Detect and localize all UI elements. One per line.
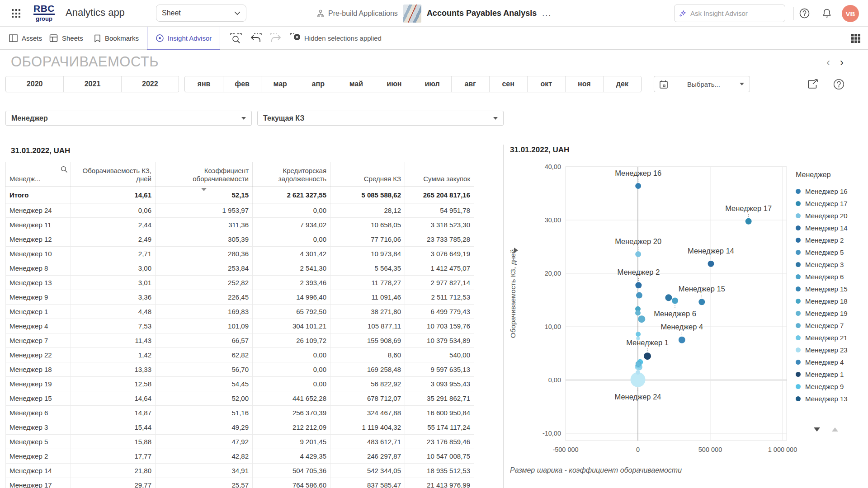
table-row[interactable]: Менеджер 102,71280,364 301,4210 973,843 … (6, 247, 474, 261)
date-picker[interactable]: Выбрать... (654, 76, 750, 92)
chart-bubble[interactable] (636, 332, 641, 337)
table-row[interactable]: Менеджер 133,01252,822 393,4611 778,272 … (6, 276, 474, 290)
legend-item[interactable]: Менеджер 5 (796, 246, 867, 258)
app-thumbnail[interactable] (403, 5, 421, 23)
notifications-bell-icon[interactable] (822, 8, 832, 19)
chart-bubble[interactable] (635, 310, 641, 316)
chart-bubble[interactable] (745, 218, 752, 225)
tab-assets[interactable]: Assets (9, 27, 42, 50)
prebuild-applications-link[interactable]: Pre-build Applications (316, 9, 398, 18)
current-kz-filter-dropdown[interactable]: Текущая КЗ (257, 111, 504, 126)
month-button[interactable]: мар (261, 76, 299, 92)
legend-item[interactable]: Менеджер 15 (796, 283, 867, 295)
legend-item[interactable]: Менеджер 9 (796, 380, 867, 393)
chart-bubble[interactable] (698, 299, 705, 305)
table-row[interactable]: Менеджер 1813,3356,700,00169 258,489 597… (6, 362, 474, 377)
redo-icon[interactable] (270, 33, 282, 44)
table-row[interactable]: Менеджер 217,7742,824 429,35246 297,8710… (6, 449, 474, 464)
chart-bubble[interactable] (708, 261, 714, 267)
table-row[interactable]: Менеджер 1729,7725,57764 586,60837 585,4… (6, 478, 474, 488)
chart-bubble[interactable] (644, 352, 651, 360)
legend-item[interactable]: Менеджер 14 (796, 222, 867, 234)
month-button[interactable]: авг (451, 76, 489, 92)
legend-scroll-down-icon[interactable] (814, 427, 820, 432)
column-header[interactable]: Оборачиваемость КЗ, дней (71, 162, 156, 187)
export-selections-icon[interactable] (807, 79, 819, 90)
column-header[interactable]: Коэффициент оборачиваемости (156, 162, 253, 187)
column-header[interactable]: Менедж... (6, 162, 71, 187)
table-row[interactable]: Менеджер 93,36226,4514 996,4011 091,462 … (6, 290, 474, 305)
column-header[interactable]: Кредиторская задолженность (253, 162, 330, 187)
column-header[interactable]: Средняя КЗ (330, 162, 405, 187)
month-button[interactable]: апр (299, 76, 337, 92)
chart-bubble[interactable] (638, 315, 645, 323)
tab-sheets[interactable]: Sheets (49, 27, 83, 50)
legend-item[interactable]: Менеджер 17 (796, 197, 867, 210)
chart-bubble[interactable] (665, 294, 672, 301)
table-row[interactable]: Менеджер 1912,5854,450,0056 822,923 093 … (6, 377, 474, 391)
chart-bubble[interactable] (636, 361, 641, 367)
legend-item[interactable]: Менеджер 23 (796, 344, 867, 356)
legend-item[interactable]: Менеджер 19 (796, 307, 867, 319)
table-row[interactable]: Менеджер 515,8847,929 201,45483 612,7123… (6, 435, 474, 449)
chart-bubble[interactable] (672, 298, 678, 304)
table-row[interactable]: Менеджер 112,44311,367 934,0210 658,053 … (6, 218, 474, 232)
year-button[interactable]: 2020 (6, 76, 63, 92)
search-selections-icon[interactable] (230, 33, 242, 44)
insight-advisor-search[interactable] (674, 5, 785, 22)
tab-bookmarks[interactable]: Bookmarks (94, 27, 139, 50)
month-button[interactable]: окт (527, 76, 565, 92)
help-icon[interactable] (799, 8, 810, 19)
table-row[interactable]: Менеджер 221,4262,820,008,60540,00 (6, 348, 474, 362)
legend-item[interactable]: Менеджер 20 (796, 210, 867, 222)
chart-bubble[interactable] (679, 337, 685, 343)
table-row[interactable]: Менеджер 240,061 953,970,0028,1254 951,7… (6, 203, 474, 218)
year-button[interactable]: 2022 (121, 76, 179, 92)
month-button[interactable]: ноя (565, 76, 603, 92)
chart-bubble[interactable] (636, 370, 640, 375)
legend-item[interactable]: Менеджер 1 (796, 368, 867, 380)
month-button[interactable]: дек (603, 76, 641, 92)
table-row[interactable]: Менеджер 47,53101,09304 101,21105 877,11… (6, 319, 474, 333)
manager-filter-dropdown[interactable]: Менеджер (5, 111, 252, 126)
sheet-grid-icon[interactable] (851, 33, 863, 45)
insight-advisor-button[interactable]: Insight Advisor (147, 27, 220, 50)
table-row[interactable]: Менеджер 711,4366,5726 109,72155 908,691… (6, 333, 474, 348)
prev-sheet-arrow[interactable]: ‹ (826, 57, 830, 68)
legend-item[interactable]: Менеджер 2 (796, 234, 867, 246)
app-launcher-icon[interactable] (12, 9, 21, 18)
legend-item[interactable]: Менеджер 16 (796, 185, 867, 197)
legend-item[interactable]: Менеджер 21 (796, 332, 867, 344)
legend-scroll-up-icon[interactable] (832, 427, 838, 432)
column-header[interactable]: Сумма закупок (405, 162, 474, 187)
clear-selections-icon[interactable] (290, 33, 302, 44)
table-row[interactable]: Менеджер 315,4449,29212 212,091 119 404,… (6, 420, 474, 435)
chart-bubble[interactable] (635, 183, 641, 189)
app-overflow-menu[interactable]: ... (542, 9, 552, 18)
table-row[interactable]: Менеджер 1514,6452,00441 652,28678 712,0… (6, 391, 474, 406)
month-button[interactable]: июл (413, 76, 451, 92)
sheet-selector[interactable]: Sheet (156, 5, 246, 22)
legend-item[interactable]: Менеджер 6 (796, 271, 867, 283)
search-input[interactable] (690, 9, 780, 17)
legend-item[interactable]: Менеджер 4 (796, 356, 867, 368)
legend-item[interactable]: Менеджер 3 (796, 258, 867, 271)
table-row[interactable]: Менеджер 122,49305,390,0077 716,0623 733… (6, 232, 474, 247)
user-avatar[interactable]: VB (842, 5, 859, 22)
table-row[interactable]: Менеджер 614,8751,16256 370,39324 467,88… (6, 406, 474, 420)
legend-item[interactable]: Менеджер 18 (796, 295, 867, 307)
table-row[interactable]: Менеджер 1421,8034,91504 705,36542 344,0… (6, 464, 474, 478)
month-button[interactable]: июн (375, 76, 413, 92)
month-button[interactable]: май (337, 76, 375, 92)
chart-bubble[interactable] (636, 292, 642, 299)
chart-bubble[interactable] (635, 251, 641, 257)
sheet-help-icon[interactable] (833, 79, 844, 90)
year-button[interactable]: 2021 (63, 76, 121, 92)
month-button[interactable]: сен (489, 76, 527, 92)
chart-bubble[interactable] (635, 282, 642, 288)
legend-item[interactable]: Менеджер 7 (796, 319, 867, 332)
legend-item[interactable]: Менеджер 13 (796, 393, 867, 405)
next-sheet-arrow[interactable]: › (840, 57, 844, 68)
table-row[interactable]: Менеджер 83,00253,842 541,305 564,351 41… (6, 261, 474, 276)
month-button[interactable]: янв (185, 76, 223, 92)
